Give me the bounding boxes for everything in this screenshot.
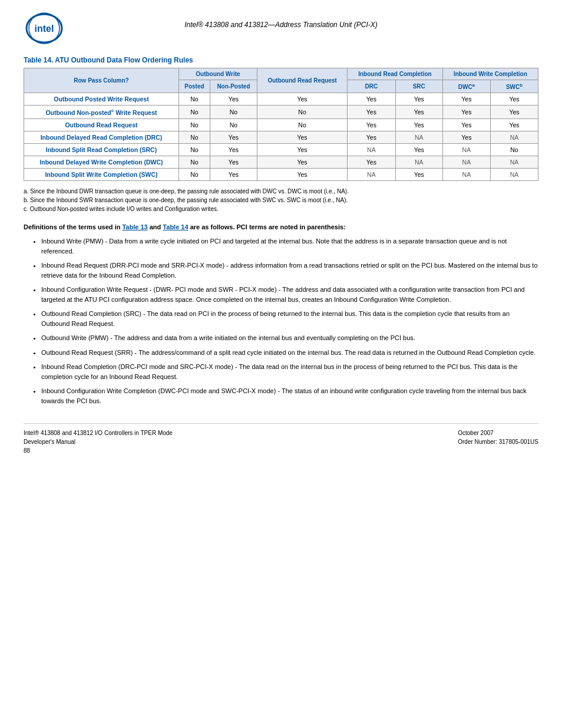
data-cell: No (178, 106, 210, 119)
table-row: Outbound Posted Write RequestNoYesYesYes… (24, 93, 538, 106)
row-label-cell: Outbound Read Request (24, 118, 179, 131)
footer-date: October 2007 (458, 429, 538, 437)
definition-item: Inbound Read Completion (DRC-PCI mode an… (41, 362, 538, 381)
data-cell: No (178, 93, 210, 106)
drc-header: DRC (348, 80, 396, 93)
table-row: Inbound Delayed Write Completion (DWC)No… (24, 156, 538, 168)
definition-item: Inbound Read Request (DRR-PCI mode and S… (41, 261, 538, 280)
data-cell: Yes (348, 156, 396, 168)
data-cell: Yes (257, 93, 348, 106)
footer-order: Order Number: 317805-001US (458, 437, 538, 446)
data-cell: NA (395, 131, 442, 143)
data-cell: NA (490, 168, 538, 180)
data-cell: NA (395, 156, 442, 168)
data-cell: Yes (490, 93, 538, 106)
data-cell: No (178, 168, 210, 180)
svg-text:intel: intel (35, 24, 54, 34)
page-header: intel Intel® 413808 and 413812—Address T… (24, 12, 538, 44)
definition-item: Outbound Read Completion (SRC) - The dat… (41, 309, 538, 328)
row-label-cell: Inbound Split Write Completion (SWC) (24, 168, 179, 180)
data-cell: Yes (210, 93, 257, 106)
row-label-cell: Outbound Non-postedc Write Request (24, 106, 179, 119)
definition-item: Inbound Configuration Write Completion (… (41, 386, 538, 406)
data-cell: Yes (257, 143, 348, 156)
dwc-header: DWCa (442, 80, 490, 93)
row-pass-col-header: Row Pass Column? (24, 68, 179, 93)
inbound-write-header: Inbound Write Completion (442, 68, 538, 80)
footer-right: October 2007 Order Number: 317805-001US (458, 429, 538, 455)
data-cell: No (257, 118, 348, 131)
data-cell: Yes (395, 168, 442, 180)
footer-page: 88 (24, 446, 173, 455)
data-cell: No (210, 118, 257, 131)
non-posted-header: Non-Posted (210, 80, 257, 93)
data-cell: NA (442, 168, 490, 180)
inbound-read-header: Inbound Read Completion (348, 68, 443, 80)
data-cell: Yes (210, 168, 257, 180)
footer-left: Intel® 413808 and 413812 I/O Controllers… (24, 429, 173, 455)
data-cell: NA (490, 131, 538, 143)
table-row: Outbound Read RequestNoNoNoYesYesYesYes (24, 118, 538, 131)
footnote-a: a. Since the Inbound DWR transaction que… (24, 187, 538, 196)
table-row: Outbound Non-postedc Write RequestNoNoNo… (24, 106, 538, 119)
data-cell: NA (490, 156, 538, 168)
row-label-cell: Inbound Delayed Write Completion (DWC) (24, 156, 179, 168)
data-cell: No (178, 131, 210, 143)
definitions-section: Definitions of the terms used in Table 1… (24, 222, 538, 406)
data-cell: Yes (442, 131, 490, 143)
data-cell: NA (348, 143, 396, 156)
data-cell: Yes (442, 93, 490, 106)
data-cell: Yes (348, 106, 396, 119)
data-cell: NA (442, 143, 490, 156)
data-cell: Yes (395, 106, 442, 119)
row-label-cell: Inbound Split Read Completion (SRC) (24, 143, 179, 156)
footer-product: Intel® 413808 and 413812 I/O Controllers… (24, 429, 173, 437)
ordering-rules-table: Row Pass Column? Outbound Write Outbound… (24, 68, 538, 181)
data-cell: Yes (210, 143, 257, 156)
data-cell: Yes (257, 168, 348, 180)
data-cell: No (257, 106, 348, 119)
data-cell: Yes (442, 106, 490, 119)
data-cell: No (490, 143, 538, 156)
data-cell: Yes (490, 118, 538, 131)
table14-link[interactable]: Table 14 (163, 223, 188, 230)
footnotes: a. Since the Inbound DWR transaction que… (24, 187, 538, 213)
table-row: Inbound Split Read Completion (SRC)NoYes… (24, 143, 538, 156)
footnote-c: c. Outbound Non-posted writes include I/… (24, 205, 538, 213)
posted-header: Posted (178, 80, 210, 93)
row-label-cell: Inbound Delayed Read Completion (DRC) (24, 131, 179, 143)
data-cell: No (178, 156, 210, 168)
data-cell: Yes (348, 118, 396, 131)
table-title: Table 14. ATU Outbound Data Flow Orderin… (24, 56, 193, 64)
outbound-read-header: Outbound Read Request (257, 68, 348, 93)
definition-item: Inbound Configuration Write Request - (D… (41, 285, 538, 304)
footnote-b: b. Since the Inbound SWR transaction que… (24, 196, 538, 205)
src-header: SRC (395, 80, 442, 93)
data-cell: Yes (257, 131, 348, 143)
data-cell: Yes (210, 131, 257, 143)
data-cell: Yes (395, 93, 442, 106)
footer-manual: Developer's Manual (24, 437, 173, 446)
definitions-intro: Definitions of the terms used in Table 1… (24, 222, 538, 232)
data-cell: NA (348, 168, 396, 180)
row-label-cell: Outbound Posted Write Request (24, 93, 179, 106)
data-cell: Yes (395, 118, 442, 131)
outbound-write-header: Outbound Write (178, 68, 257, 80)
table13-link[interactable]: Table 13 (122, 223, 147, 230)
header-title: Intel® 413808 and 413812—Address Transla… (65, 12, 497, 29)
data-cell: Yes (490, 106, 538, 119)
data-cell: NA (442, 156, 490, 168)
definition-item: Outbound Write (PMW) - The address and d… (41, 333, 538, 343)
data-cell: Yes (442, 118, 490, 131)
data-cell: Yes (348, 93, 396, 106)
table-row: Inbound Delayed Read Completion (DRC)NoY… (24, 131, 538, 143)
intel-logo: intel (24, 12, 65, 44)
page-footer: Intel® 413808 and 413812 I/O Controllers… (24, 423, 538, 455)
swc-header: SWCb (490, 80, 538, 93)
data-cell: No (178, 118, 210, 131)
table-row: Inbound Split Write Completion (SWC)NoYe… (24, 168, 538, 180)
data-cell: No (178, 143, 210, 156)
data-cell: Yes (395, 143, 442, 156)
data-cell: Yes (210, 156, 257, 168)
definition-item: Inbound Write (PMW) - Data from a write … (41, 236, 538, 256)
